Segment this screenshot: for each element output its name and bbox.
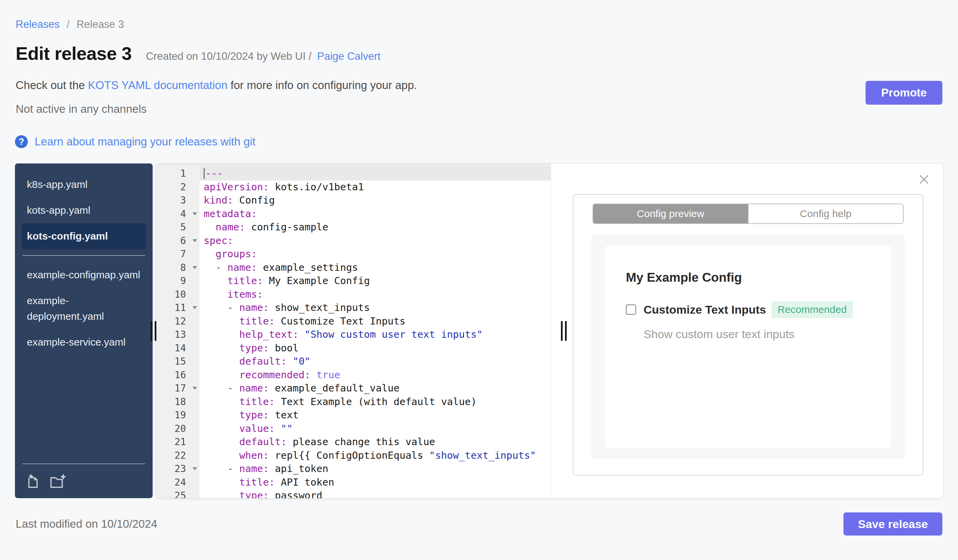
last-modified: Last modified on 10/10/2024 — [16, 517, 157, 530]
docs-line: Check out the KOTS YAML documentation fo… — [16, 79, 958, 92]
line-number: 5 — [156, 220, 200, 234]
code-line-5[interactable]: 5 name: config-sample — [156, 220, 551, 234]
sidebar-file-k8s-app.yaml[interactable]: k8s-app.yaml — [22, 172, 146, 198]
config-preview-body: My Example Config Customize Text Inputs … — [591, 234, 905, 459]
save-release-button[interactable]: Save release — [844, 513, 942, 536]
config-item-label[interactable]: Customize Text Inputs — [644, 303, 766, 316]
title-row: Edit release 3 Created on 10/10/2024 by … — [16, 43, 958, 64]
code-text: - name: show_text_inputs — [200, 301, 551, 315]
workbench: k8s-app.yamlkots-app.yamlkots-config.yam… — [15, 163, 943, 498]
code-editor[interactable]: 1---2apiVersion: kots.io/v1beta13kind: C… — [156, 163, 551, 498]
fold-arrow-icon[interactable] — [192, 239, 197, 242]
code-line-19[interactable]: 19 type: text — [156, 408, 551, 422]
git-releases-link[interactable]: Learn about managing your releases with … — [35, 135, 255, 148]
line-number: 8 — [156, 261, 200, 275]
code-line-17[interactable]: 17 - name: example_default_value — [156, 381, 551, 395]
customize-text-inputs-checkbox[interactable] — [626, 304, 636, 315]
tab-config-preview[interactable]: Config preview — [593, 204, 748, 223]
file-sidebar: k8s-app.yamlkots-app.yamlkots-config.yam… — [15, 163, 153, 498]
code-line-13[interactable]: 13 help_text: "Show custom user text inp… — [156, 328, 551, 342]
code-line-14[interactable]: 14 type: bool — [156, 342, 551, 355]
kots-docs-link[interactable]: KOTS YAML documentation — [88, 79, 227, 92]
line-number: 13 — [156, 328, 200, 342]
recommended-badge: Recommended — [771, 301, 853, 318]
line-number: 3 — [156, 194, 200, 207]
code-text: value: "" — [200, 422, 551, 436]
code-line-7[interactable]: 7 groups: — [156, 247, 551, 261]
breadcrumb-releases-link[interactable]: Releases — [16, 18, 59, 30]
code-line-20[interactable]: 20 value: "" — [156, 422, 551, 436]
code-text: spec: — [200, 234, 551, 248]
config-item-help-text: Show custom user text inputs — [644, 327, 870, 341]
sidebar-file-example-deployment.yaml[interactable]: example-deployment.yaml — [22, 288, 146, 329]
editor-card: 1---2apiVersion: kots.io/v1beta13kind: C… — [156, 163, 943, 498]
config-item: Customize Text Inputs Recommended — [626, 301, 870, 318]
code-line-2[interactable]: 2apiVersion: kots.io/v1beta1 — [156, 180, 551, 194]
code-line-23[interactable]: 23 - name: api_token — [156, 462, 551, 476]
line-number: 18 — [156, 395, 200, 409]
code-text: type: bool — [200, 342, 551, 355]
sidebar-file-example-configmap.yaml[interactable]: example-configmap.yaml — [22, 262, 146, 288]
code-line-15[interactable]: 15 default: "0" — [156, 355, 551, 369]
resize-handle-left[interactable] — [151, 321, 156, 341]
sidebar-divider — [22, 255, 145, 256]
code-text: default: please change this value — [200, 435, 551, 449]
code-text: title: API token — [200, 476, 551, 489]
sidebar-footer-divider — [22, 464, 145, 464]
code-line-11[interactable]: 11 - name: show_text_inputs — [156, 301, 551, 315]
breadcrumb-separator: / — [67, 18, 70, 30]
resize-handle-right[interactable] — [561, 321, 567, 341]
line-number: 19 — [156, 408, 200, 422]
code-text: title: Customize Text Inputs — [200, 315, 551, 328]
author-link[interactable]: Paige Calvert — [317, 50, 381, 62]
line-number: 25 — [156, 489, 200, 498]
code-text: help_text: "Show custom user text inputs… — [200, 328, 551, 342]
text-cursor — [204, 168, 205, 179]
code-text: type: text — [200, 408, 551, 422]
footer-row: Last modified on 10/10/2024 Save release — [16, 513, 942, 536]
sidebar-file-example-service.yaml[interactable]: example-service.yaml — [22, 329, 146, 355]
fold-arrow-icon[interactable] — [192, 266, 197, 269]
code-line-12[interactable]: 12 title: Customize Text Inputs — [156, 315, 551, 328]
code-line-10[interactable]: 10 items: — [156, 288, 551, 301]
code-line-1[interactable]: 1--- — [156, 167, 551, 180]
code-text: items: — [200, 288, 551, 301]
sidebar-file-kots-app.yaml[interactable]: kots-app.yaml — [22, 198, 146, 223]
code-line-18[interactable]: 18 title: Text Example (with default val… — [156, 395, 551, 409]
fold-arrow-icon[interactable] — [192, 387, 197, 390]
line-number: 15 — [156, 355, 200, 369]
code-line-24[interactable]: 24 title: API token — [156, 476, 551, 489]
code-line-3[interactable]: 3kind: Config — [156, 194, 551, 207]
created-text: Created on 10/10/2024 by Web UI / — [146, 50, 311, 62]
code-line-4[interactable]: 4metadata: — [156, 207, 551, 221]
code-text: default: "0" — [200, 355, 551, 369]
close-icon[interactable] — [917, 172, 931, 187]
fold-arrow-icon[interactable] — [192, 212, 197, 215]
docs-line-prefix: Check out the — [16, 79, 88, 92]
code-line-6[interactable]: 6spec: — [156, 234, 551, 248]
sidebar-footer — [15, 457, 153, 498]
sidebar-file-kots-config.yaml[interactable]: kots-config.yaml — [22, 223, 146, 249]
code-line-22[interactable]: 22 when: repl{{ ConfigOptionEquals "show… — [156, 449, 551, 462]
new-folder-icon[interactable] — [50, 474, 67, 489]
tab-config-help[interactable]: Config help — [748, 204, 903, 223]
new-file-icon[interactable] — [24, 474, 40, 489]
config-tabs: Config previewConfig help — [593, 204, 904, 224]
fold-arrow-icon[interactable] — [192, 306, 197, 309]
file-list-bottom: example-configmap.yamlexample-deployment… — [15, 262, 153, 355]
line-number: 22 — [156, 449, 200, 462]
promote-button[interactable]: Promote — [866, 81, 942, 104]
line-number: 2 — [156, 180, 200, 194]
config-preview-host: Config previewConfig help My Example Con… — [551, 163, 943, 498]
code-text: kind: Config — [200, 194, 551, 207]
code-line-21[interactable]: 21 default: please change this value — [156, 435, 551, 449]
created-info: Created on 10/10/2024 by Web UI / Paige … — [146, 50, 381, 63]
fold-arrow-icon[interactable] — [192, 467, 197, 470]
code-line-9[interactable]: 9 title: My Example Config — [156, 274, 551, 288]
code-line-8[interactable]: 8 - name: example_settings — [156, 261, 551, 275]
config-panel: Config previewConfig help My Example Con… — [573, 194, 923, 476]
code-line-16[interactable]: 16 recommended: true — [156, 369, 551, 382]
code-line-25[interactable]: 25 type: password — [156, 489, 551, 498]
config-group-title: My Example Config — [626, 271, 870, 285]
code-text: groups: — [200, 247, 551, 261]
